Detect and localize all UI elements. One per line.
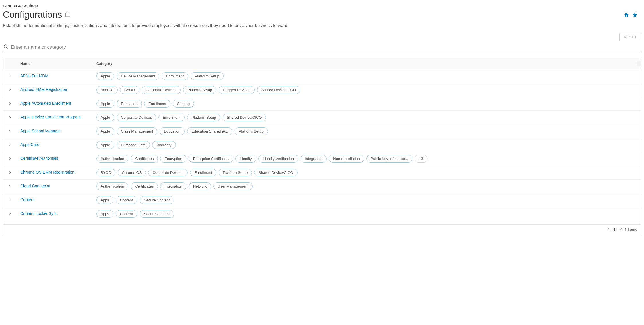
- category-tag[interactable]: Education: [117, 100, 142, 108]
- category-tag[interactable]: Enrollment: [190, 169, 216, 176]
- category-tag[interactable]: Platform Setup: [183, 86, 216, 94]
- star-icon[interactable]: [632, 12, 638, 18]
- chevron-right-icon[interactable]: [8, 157, 12, 161]
- category-tag[interactable]: Rugged Devices: [219, 86, 254, 94]
- reset-button[interactable]: RESET: [619, 33, 641, 41]
- category-tag[interactable]: Platform Setup: [191, 72, 224, 80]
- col-name-header[interactable]: Name: [17, 61, 93, 66]
- config-link[interactable]: Certificate Authorities: [20, 156, 58, 161]
- name-cell: APNs For MDM: [17, 72, 93, 78]
- category-tag[interactable]: Apps: [96, 196, 113, 204]
- category-tag[interactable]: Apple: [96, 100, 114, 108]
- config-link[interactable]: Cloud Connector: [20, 184, 50, 188]
- category-tag[interactable]: Identity Verification: [258, 155, 298, 163]
- category-tag[interactable]: Shared Device/CICO: [254, 169, 297, 176]
- chevron-right-icon[interactable]: [8, 88, 12, 92]
- config-link[interactable]: APNs For MDM: [20, 73, 48, 78]
- home-icon[interactable]: [623, 12, 629, 18]
- config-link[interactable]: AppleCare: [20, 142, 39, 147]
- category-tag[interactable]: Secure Content: [140, 210, 174, 218]
- config-link[interactable]: Content: [20, 197, 34, 202]
- category-tag[interactable]: Staging: [173, 100, 194, 108]
- category-tag[interactable]: Corporate Devices: [148, 169, 188, 176]
- category-tag[interactable]: Integration: [301, 155, 327, 163]
- name-cell: Apple School Manager: [17, 127, 93, 133]
- category-tag[interactable]: Network: [189, 182, 211, 190]
- category-tag[interactable]: User Management: [213, 182, 253, 190]
- chevron-right-icon[interactable]: [8, 102, 12, 106]
- category-cell: AuthenticationCertificatesEncryptionEnte…: [93, 155, 641, 163]
- category-tag[interactable]: BYOD: [96, 169, 115, 176]
- chevron-right-icon[interactable]: [8, 143, 12, 147]
- category-tag[interactable]: Apple: [96, 114, 114, 121]
- name-cell: Apple Automated Enrollment: [17, 100, 93, 106]
- category-tag[interactable]: Enrollment: [158, 114, 185, 121]
- category-tag[interactable]: Public Key Infrastruc...: [366, 155, 412, 163]
- category-tag[interactable]: Education Shared iP...: [187, 127, 232, 135]
- table-row: Chrome OS EMM RegistrationBYODChrome OSC…: [3, 166, 641, 180]
- config-link[interactable]: Apple Device Enrollment Program: [20, 115, 81, 119]
- category-tag[interactable]: Certificates: [131, 182, 158, 190]
- category-tag[interactable]: Platform Setup: [219, 169, 252, 176]
- chevron-right-icon[interactable]: [8, 129, 12, 133]
- category-tag[interactable]: Integration: [160, 182, 186, 190]
- category-tag[interactable]: Platform Setup: [235, 127, 268, 135]
- category-tag[interactable]: Authentication: [96, 155, 128, 163]
- category-tag[interactable]: Apple: [96, 141, 114, 149]
- category-tag[interactable]: Shared Device/CICO: [223, 114, 266, 121]
- category-cell: AppleDevice ManagementEnrollmentPlatform…: [93, 72, 641, 80]
- config-link[interactable]: Content Locker Sync: [20, 211, 58, 216]
- category-tag[interactable]: Class Management: [117, 127, 157, 135]
- col-category-header[interactable]: Category: [93, 61, 637, 66]
- search-row: [3, 43, 641, 52]
- chevron-right-icon[interactable]: [8, 74, 12, 78]
- expand-cell: [3, 210, 17, 216]
- svg-line-2: [7, 47, 8, 49]
- category-tag[interactable]: Apple: [96, 127, 114, 135]
- chevron-right-icon[interactable]: [8, 115, 12, 119]
- search-icon: [3, 44, 9, 50]
- category-tag[interactable]: Corporate Devices: [142, 86, 181, 94]
- table-row: Android EMM RegistrationAndroidBYODCorpo…: [3, 83, 641, 97]
- category-tag[interactable]: Identity: [235, 155, 256, 163]
- category-tag[interactable]: Content: [116, 196, 138, 204]
- category-tag[interactable]: Certificates: [131, 155, 158, 163]
- chevron-right-icon[interactable]: [8, 170, 12, 174]
- category-tag[interactable]: Education: [160, 127, 185, 135]
- category-tag[interactable]: Non-repudiation: [329, 155, 364, 163]
- name-cell: Content Locker Sync: [17, 210, 93, 216]
- chevron-right-icon[interactable]: [8, 184, 12, 188]
- category-tag[interactable]: BYOD: [120, 86, 139, 94]
- category-tag[interactable]: Device Management: [117, 72, 159, 80]
- category-tag[interactable]: Platform Setup: [187, 114, 220, 121]
- chevron-right-icon[interactable]: [8, 212, 12, 216]
- toolbar: RESET: [3, 33, 641, 41]
- page-description: Establish the foundational settings, cus…: [3, 23, 641, 28]
- config-link[interactable]: Android EMM Registration: [20, 87, 67, 92]
- category-tag[interactable]: Warranty: [152, 141, 176, 149]
- category-cell: AppsContentSecure Content: [93, 210, 641, 218]
- category-tag[interactable]: Content: [116, 210, 138, 218]
- category-tag[interactable]: Encryption: [160, 155, 186, 163]
- config-link[interactable]: Apple School Manager: [20, 129, 61, 133]
- category-tag[interactable]: Secure Content: [140, 196, 174, 204]
- chevron-right-icon[interactable]: [8, 198, 12, 202]
- config-link[interactable]: Apple Automated Enrollment: [20, 101, 71, 106]
- category-tag[interactable]: Chrome OS: [118, 169, 146, 176]
- table-body[interactable]: APNs For MDMAppleDevice ManagementEnroll…: [3, 69, 641, 224]
- config-link[interactable]: Chrome OS EMM Registration: [20, 170, 74, 174]
- category-tag[interactable]: Enrollment: [144, 100, 170, 108]
- category-tag[interactable]: Android: [96, 86, 118, 94]
- category-tag[interactable]: Enterprise Certificat...: [189, 155, 233, 163]
- search-input[interactable]: [11, 44, 641, 50]
- name-cell: AppleCare: [17, 141, 93, 147]
- category-tag[interactable]: Purchase Date: [117, 141, 150, 149]
- category-tag[interactable]: Apps: [96, 210, 113, 218]
- category-tag[interactable]: Corporate Devices: [117, 114, 156, 121]
- category-tag[interactable]: Shared Device/CICO: [257, 86, 300, 94]
- category-tag[interactable]: Apple: [96, 72, 114, 80]
- category-tag[interactable]: Enrollment: [162, 72, 188, 80]
- category-cell: AppleEducationEnrollmentStaging: [93, 100, 641, 108]
- more-tags[interactable]: +3: [415, 155, 427, 163]
- category-tag[interactable]: Authentication: [96, 182, 128, 190]
